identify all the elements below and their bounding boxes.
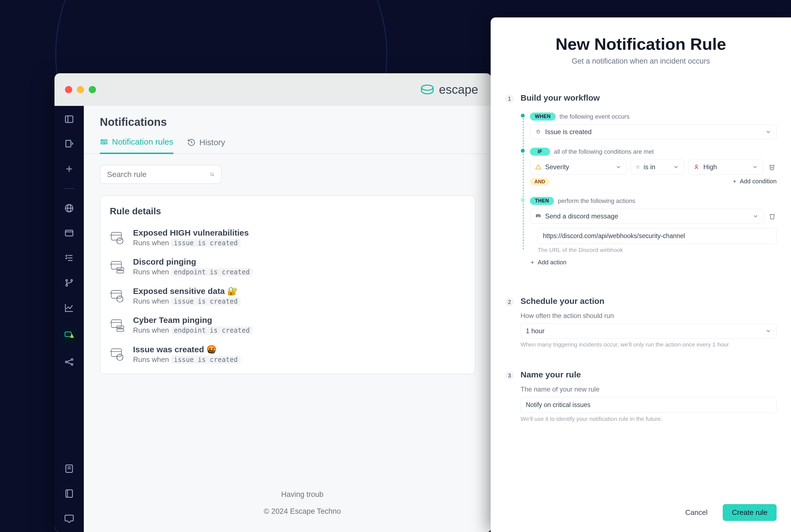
- rule-sub: Runs when endpoint is created: [133, 268, 252, 276]
- sidebar-item-add[interactable]: [63, 164, 75, 174]
- svg-line-69: [539, 131, 540, 131]
- chevron-down-icon: [765, 129, 771, 135]
- rules-panel: Rule details Exposed HIGH vulnerabilitie…: [100, 195, 475, 374]
- condition-delete-button[interactable]: [767, 162, 777, 172]
- svg-rect-54: [111, 320, 121, 327]
- svg-point-18: [65, 361, 67, 363]
- tab-rules-label: Notification rules: [112, 137, 173, 147]
- create-rule-button[interactable]: Create rule: [723, 504, 777, 521]
- schedule-help: When many triggering incidents occur, we…: [521, 341, 777, 348]
- add-condition-label: Add condition: [740, 178, 777, 185]
- rules-icon: [100, 138, 108, 146]
- step-2-badge: 2: [505, 298, 514, 306]
- svg-rect-17: [65, 332, 71, 337]
- svg-rect-28: [101, 140, 107, 141]
- sidebar-item-panels[interactable]: [63, 114, 75, 125]
- schedule-label: How often the action should run: [521, 312, 777, 320]
- rule-name: Exposed HIGH vulnerabilities: [133, 228, 249, 238]
- action-value: Send a discord message: [545, 212, 618, 220]
- and-pill: AND: [530, 178, 549, 186]
- svg-line-21: [67, 360, 71, 362]
- schedule-select[interactable]: 1 hour: [521, 324, 777, 339]
- svg-rect-34: [111, 232, 121, 240]
- chevron-down-icon: [673, 164, 679, 170]
- cancel-button[interactable]: Cancel: [676, 504, 717, 521]
- chevron-down-icon: [765, 328, 771, 334]
- condition-operator-select[interactable]: = is in: [630, 159, 684, 174]
- search-input-wrap[interactable]: [100, 165, 222, 184]
- svg-line-22: [67, 362, 71, 364]
- svg-point-14: [66, 280, 68, 281]
- svg-rect-56: [117, 326, 124, 328]
- step-1-badge: 1: [505, 94, 514, 103]
- add-condition-button[interactable]: Add condition: [732, 178, 777, 185]
- sidebar-item-docs[interactable]: [63, 463, 75, 474]
- condition-value: High: [703, 163, 717, 171]
- condition-field-select[interactable]: Severity: [530, 159, 627, 174]
- main-content: Notifications Notification rules History: [84, 106, 491, 532]
- svg-point-32: [211, 173, 213, 176]
- tabs: Notification rules History: [84, 134, 491, 154]
- sidebar-item-book[interactable]: [63, 488, 75, 499]
- issue-icon: [110, 230, 125, 246]
- new-rule-modal: New Notification Rule Get a notification…: [491, 17, 791, 532]
- svg-rect-42: [111, 261, 121, 269]
- sidebar-item-checklist[interactable]: [63, 252, 75, 264]
- webhook-url-input[interactable]: [538, 228, 777, 244]
- rule-item[interactable]: Issue was created 🤬Runs when issue is cr…: [104, 340, 472, 369]
- condition-value-select[interactable]: High: [688, 159, 763, 174]
- sidebar-item-window[interactable]: [63, 228, 75, 239]
- sidebar-item-alerts[interactable]: [61, 327, 77, 343]
- rule-item[interactable]: Exposed HIGH vulnerabilitiesRuns when is…: [104, 223, 472, 252]
- sidebar-item-chart[interactable]: [63, 302, 75, 313]
- sidebar-item-branch[interactable]: [63, 277, 75, 288]
- rule-item[interactable]: Exposed sensitive data 🔐Runs when issue …: [104, 281, 472, 310]
- footer-copyright: © 2024 Escape Techno: [84, 507, 491, 516]
- svg-rect-45: [117, 271, 124, 273]
- svg-rect-58: [111, 349, 121, 356]
- rules-panel-title: Rule details: [104, 206, 472, 223]
- add-action-button[interactable]: Add action: [530, 259, 566, 266]
- action-select[interactable]: Send a discord message: [530, 209, 764, 224]
- traffic-minimize[interactable]: [77, 86, 84, 93]
- step-1-title: Build your workflow: [521, 93, 777, 102]
- plus-icon: [732, 179, 737, 184]
- then-pill: THEN: [530, 197, 554, 205]
- tab-history[interactable]: History: [187, 137, 225, 153]
- svg-rect-3: [66, 140, 71, 147]
- sidebar-item-database[interactable]: [63, 138, 75, 150]
- footer-help: Having troub: [84, 490, 491, 499]
- issue-icon: [110, 288, 125, 304]
- search-input[interactable]: [107, 170, 206, 179]
- sidebar-item-network[interactable]: [63, 356, 75, 367]
- traffic-lights: [65, 86, 96, 93]
- svg-line-33: [213, 175, 214, 176]
- svg-point-19: [71, 359, 73, 360]
- rule-name: Cyber Team pinging: [133, 316, 252, 325]
- sidebar-item-globe[interactable]: [63, 203, 75, 214]
- svg-point-0: [421, 85, 433, 90]
- traffic-close[interactable]: [65, 86, 72, 93]
- chevron-down-icon: [753, 213, 759, 219]
- traffic-fullscreen[interactable]: [89, 86, 96, 93]
- tab-history-label: History: [200, 138, 225, 147]
- footer: Having troub © 2024 Escape Techno: [84, 482, 491, 516]
- svg-rect-26: [66, 490, 73, 497]
- equals-icon: =: [636, 163, 640, 171]
- endpoint-icon: [110, 318, 125, 333]
- action-delete-button[interactable]: [768, 211, 777, 221]
- svg-rect-1: [65, 116, 73, 122]
- rule-name-input[interactable]: [521, 397, 777, 413]
- sidebar: [55, 106, 84, 532]
- rule-item[interactable]: Discord pingingRuns when endpoint is cre…: [104, 252, 472, 281]
- sidebar-item-chat[interactable]: [63, 513, 75, 524]
- tab-notification-rules[interactable]: Notification rules: [100, 137, 173, 154]
- chevron-down-icon: [752, 164, 758, 170]
- rule-item[interactable]: Cyber Team pingingRuns when endpoint is …: [104, 310, 472, 340]
- svg-line-68: [537, 131, 538, 131]
- brand-logo: escape: [419, 82, 481, 97]
- rule-name: Exposed sensitive data 🔐: [133, 286, 241, 296]
- bug-icon: [535, 129, 541, 135]
- svg-point-15: [66, 285, 68, 286]
- when-event-select[interactable]: Issue is created: [530, 125, 777, 139]
